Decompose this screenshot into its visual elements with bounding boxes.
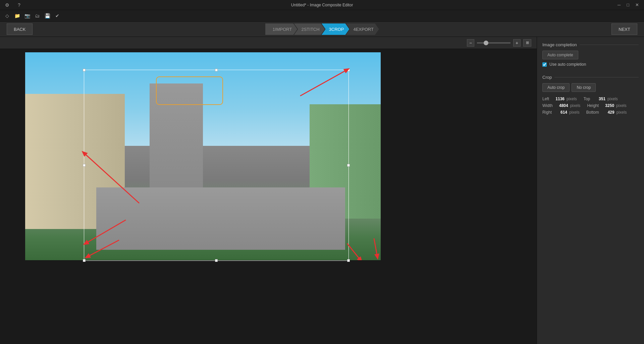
export-icon[interactable]: ✔	[54, 12, 61, 19]
next-button[interactable]: NEXT	[611, 23, 637, 35]
right-panel: Image completion Auto complete Use auto …	[537, 37, 644, 344]
use-auto-completion-row: Use auto completion	[542, 62, 639, 67]
crop-width-label: Width	[542, 103, 553, 108]
image-completion-section: Image completion Auto complete Use auto …	[542, 42, 639, 68]
window-title: Untitled* - Image Composite Editor	[291, 3, 353, 7]
crop-row-width-height: Width 4804 pixels Height 3250 pixels	[542, 103, 639, 108]
close-button[interactable]: ✕	[634, 2, 641, 8]
crop-height-label: Height	[587, 103, 599, 108]
open-folder-icon[interactable]: 🗂	[34, 12, 41, 19]
camera-icon[interactable]: 📷	[23, 12, 31, 19]
step-export-number: 4	[353, 27, 356, 32]
nav-steps: 1 IMPORT 2 STITCH 3 CROP 4 EXPORT	[265, 23, 379, 35]
main-area: − + ⊞	[0, 37, 644, 344]
zoom-fit-button[interactable]: ⊞	[523, 39, 531, 47]
step-crop-number: 3	[329, 27, 331, 32]
crop-row-left-top: Left 1136 pixels Top 351 pixels	[542, 97, 639, 101]
crop-height-item: Height 3250 pixels	[587, 103, 626, 108]
crop-top-value: 351	[592, 97, 605, 101]
crop-right-unit: pixels	[569, 110, 580, 115]
crop-bottom-unit: pixels	[616, 110, 627, 115]
image-canvas[interactable]	[0, 49, 537, 344]
crop-top-item: Top 351 pixels	[584, 97, 618, 101]
crop-width-item: Width 4804 pixels	[542, 103, 580, 108]
step-stitch-number: 2	[301, 27, 304, 32]
nav-bar: BACK 1 IMPORT 2 STITCH 3 CROP 4 EXPORT N…	[0, 22, 644, 37]
zoom-bar: − + ⊞	[0, 37, 537, 49]
crop-bottom-label: Bottom	[586, 110, 599, 115]
crop-right-item: Right 614 pixels	[542, 110, 580, 115]
auto-complete-button[interactable]: Auto complete	[542, 51, 578, 59]
zoom-slider-thumb[interactable]	[484, 41, 488, 45]
settings-icon[interactable]: ⚙	[3, 1, 11, 9]
crop-dims: Left 1136 pixels Top 351 pixels Width 48…	[542, 97, 639, 115]
use-auto-completion-checkbox[interactable]	[542, 62, 547, 67]
crop-bottom-value: 429	[601, 110, 614, 115]
crop-section: Crop Auto crop No crop Left 1136 pixels …	[542, 75, 639, 115]
image-completion-title: Image completion	[542, 42, 639, 47]
crop-left-value: 1136	[551, 97, 565, 101]
save-icon[interactable]: 💾	[44, 12, 51, 19]
maximize-button[interactable]: □	[625, 2, 631, 8]
panorama-image	[25, 52, 381, 260]
use-auto-completion-label: Use auto completion	[549, 62, 586, 67]
step-import-label: IMPORT	[275, 27, 292, 32]
crop-bottom-item: Bottom 429 pixels	[586, 110, 627, 115]
auto-crop-button[interactable]: Auto crop	[542, 83, 570, 92]
back-button[interactable]: BACK	[7, 23, 33, 35]
title-bar: ⚙ ? Untitled* - Image Composite Editor ─…	[0, 0, 644, 10]
step-crop[interactable]: 3 CROP	[322, 23, 350, 35]
crop-width-unit: pixels	[570, 103, 581, 108]
crop-left-label: Left	[542, 97, 549, 101]
step-crop-label: CROP	[331, 27, 344, 32]
scene-bg	[25, 52, 381, 260]
crop-top-unit: pixels	[607, 97, 618, 101]
step-stitch-label: STITCH	[304, 27, 320, 32]
open-project-icon[interactable]: 📁	[13, 12, 21, 19]
crop-left-unit: pixels	[567, 97, 577, 101]
crop-height-value: 3250	[601, 103, 614, 108]
zoom-slider[interactable]	[477, 42, 511, 44]
step-stitch[interactable]: 2 STITCH	[294, 23, 325, 35]
step-export-label: EXPORT	[356, 27, 374, 32]
toolbar-row: ◇ 📁 📷 🗂 💾 ✔	[0, 10, 644, 22]
step-import-number: 1	[273, 27, 275, 32]
crop-top-label: Top	[584, 97, 590, 101]
road-area	[96, 187, 345, 250]
crop-right-value: 614	[554, 110, 567, 115]
crop-buttons: Auto crop No crop	[542, 83, 639, 92]
zoom-in-button[interactable]: +	[513, 39, 521, 47]
crop-row-right-bottom: Right 614 pixels Bottom 429 pixels	[542, 110, 639, 115]
toolbar-icons: ⚙ ?	[3, 1, 23, 9]
no-crop-button[interactable]: No crop	[572, 83, 596, 92]
crop-width-value: 4804	[555, 103, 568, 108]
zoom-out-button[interactable]: −	[467, 39, 474, 47]
canvas-area: − + ⊞	[0, 37, 537, 344]
building-mid	[150, 83, 203, 198]
crop-height-unit: pixels	[616, 103, 627, 108]
minimize-button[interactable]: ─	[616, 2, 622, 8]
help-icon[interactable]: ?	[15, 1, 23, 9]
crop-section-title: Crop	[542, 75, 639, 80]
step-export[interactable]: 4 EXPORT	[346, 23, 379, 35]
crop-left-item: Left 1136 pixels	[542, 97, 577, 101]
crop-right-label: Right	[542, 110, 552, 115]
new-icon[interactable]: ◇	[3, 12, 11, 19]
window-controls: ─ □ ✕	[616, 2, 641, 8]
step-import[interactable]: 1 IMPORT	[265, 23, 298, 35]
